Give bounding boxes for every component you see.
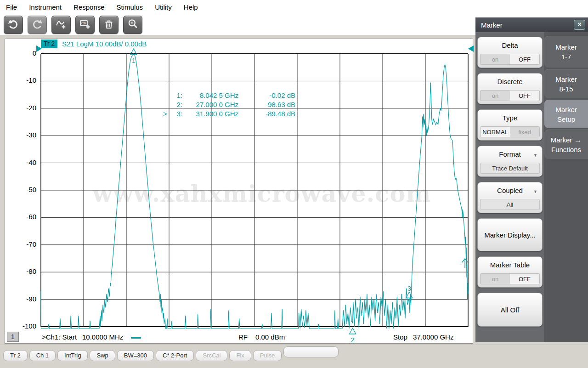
y-tick-label: -20: [8, 104, 36, 112]
tab-label: Marker: [555, 105, 577, 114]
delete-button[interactable]: [99, 16, 119, 34]
plot-canvas: 123: [5, 39, 474, 344]
status-button[interactable]: [283, 346, 339, 357]
svg-text:Ch: Ch: [81, 21, 86, 25]
rf-power-value[interactable]: 0.00 dBm: [255, 333, 285, 341]
tab-marker-setup[interactable]: Marker Setup: [544, 100, 588, 128]
y-tick-label: -90: [8, 295, 36, 303]
marker-2-label: 2: [351, 336, 355, 344]
marker-3-label: 3: [407, 285, 411, 292]
close-icon[interactable]: ×: [574, 20, 585, 30]
add-channel-button[interactable]: Ch: [75, 16, 95, 34]
menu-item[interactable]: Instrument: [23, 1, 68, 13]
arrow-right-icon: →: [574, 135, 582, 145]
tab-label: Marker →: [551, 135, 582, 145]
marker-value: -89.48 dB: [245, 110, 295, 118]
redo-icon: [31, 18, 43, 32]
marker-table-button[interactable]: Marker Table on OFF: [477, 256, 543, 288]
marker-table-on-option[interactable]: on: [481, 274, 510, 284]
type-toggle: NORMAL fixed: [480, 126, 540, 137]
y-tick-label: -40: [8, 159, 36, 166]
status-button[interactable]: IntTrig: [57, 350, 88, 361]
tab-marker-8-15[interactable]: Marker 8-15: [544, 69, 588, 98]
add-channel-icon: Ch: [79, 18, 91, 32]
status-button[interactable]: Pulse: [253, 350, 282, 361]
type-normal-option[interactable]: NORMAL: [481, 127, 510, 137]
add-trace-icon: [55, 18, 67, 32]
tab-label: Functions: [551, 145, 581, 154]
start-frequency-label: >Ch1: Start: [42, 333, 77, 341]
panel-title: Marker: [481, 21, 503, 29]
tab-marker-1-7[interactable]: Marker 1-7: [544, 36, 588, 68]
coupled-button[interactable]: Coupled ▼ All: [477, 182, 543, 213]
delta-on-option[interactable]: on: [481, 54, 510, 64]
type-button[interactable]: Type NORMAL fixed: [477, 109, 543, 141]
status-button[interactable]: Ch 1: [29, 350, 56, 361]
tab-label: Marker: [551, 135, 572, 145]
menu-item[interactable]: File: [0, 1, 23, 13]
marker-frequency: 31.900 0 GHz: [182, 110, 238, 118]
delta-button[interactable]: Delta on OFF: [477, 37, 543, 68]
trace-color-swatch: [131, 337, 141, 339]
y-tick-label: -10: [8, 76, 36, 84]
marker-value: -98.63 dB: [245, 101, 295, 108]
discrete-off-option[interactable]: OFF: [510, 91, 539, 101]
marker-2-triangle[interactable]: [350, 328, 356, 334]
add-trace-button[interactable]: [51, 16, 71, 34]
tab-label: 8-15: [559, 84, 573, 94]
marker-value: -0.02 dB: [245, 91, 295, 99]
menu-item[interactable]: Response: [68, 1, 111, 13]
tab-label: Marker: [555, 74, 577, 84]
tab-marker-functions[interactable]: Marker → Functions: [544, 130, 588, 159]
y-tick-label: -50: [8, 186, 36, 193]
delta-off-option[interactable]: OFF: [510, 54, 539, 64]
marker-number: 1:: [170, 91, 182, 99]
marker-display-label: Marker Display...: [478, 219, 542, 251]
status-button[interactable]: Swp: [90, 350, 115, 361]
status-button[interactable]: C* 2-Port: [156, 350, 194, 361]
discrete-button[interactable]: Discrete on OFF: [477, 73, 543, 104]
toolbar-buttons: Ch: [4, 16, 142, 34]
status-button[interactable]: BW=300: [117, 350, 154, 361]
marker-readout-row: 2: 27.000 0 GHz -98.63 dB: [163, 100, 295, 109]
coupled-value[interactable]: All: [480, 199, 540, 210]
status-button[interactable]: Fix: [229, 350, 251, 361]
y-tick-label: -70: [8, 240, 36, 248]
redo-button[interactable]: [28, 16, 47, 34]
y-tick-label: -30: [8, 131, 36, 139]
menu-item[interactable]: Stimulus: [111, 1, 149, 13]
marker-display-button[interactable]: Marker Display...: [477, 218, 543, 251]
menu-item[interactable]: Utility: [149, 1, 178, 13]
format-value[interactable]: Trace Default: [480, 163, 540, 174]
marker-table-toggle: on OFF: [480, 273, 540, 284]
trash-icon: [103, 18, 115, 32]
marker-number: 3:: [170, 110, 182, 118]
chevron-down-icon[interactable]: ▼: [533, 189, 537, 194]
stop-frequency-value[interactable]: 37.0000 GHz: [413, 333, 453, 341]
all-off-button[interactable]: All Off: [477, 293, 543, 327]
status-button[interactable]: SrcCal: [196, 350, 227, 361]
zoom-button[interactable]: [123, 16, 142, 34]
chevron-down-icon[interactable]: ▼: [533, 153, 537, 158]
delta-toggle: on OFF: [480, 54, 540, 65]
trace-title: S21 LogM 10.00dB/ 0.00dB: [62, 40, 147, 48]
trace-selector-chip[interactable]: Tr 2: [41, 40, 57, 48]
discrete-on-option[interactable]: on: [481, 91, 510, 101]
tab-label: Marker: [555, 42, 577, 52]
active-marker-indicator: >: [163, 110, 170, 118]
menu-item[interactable]: Help: [178, 1, 204, 13]
status-button[interactable]: Tr 2: [3, 350, 28, 361]
y-tick-label: -80: [8, 267, 36, 275]
undo-icon: [7, 18, 19, 32]
start-frequency-value[interactable]: 10.0000 MHz: [82, 333, 123, 341]
type-fixed-option[interactable]: fixed: [510, 127, 539, 137]
marker-table-off-option[interactable]: OFF: [510, 274, 539, 284]
delta-label: Delta: [478, 37, 542, 54]
tab-label: 1-7: [561, 52, 571, 62]
undo-button[interactable]: [4, 16, 23, 34]
marker-table-label: Marker Table: [478, 257, 542, 273]
plot-window: www.xahxmicrowave.com 123 0-10-20-30-40-…: [5, 39, 473, 344]
tab-label: Setup: [557, 114, 575, 124]
format-button[interactable]: Format ▼ Trace Default: [477, 146, 543, 177]
channel-badge: 1: [7, 332, 19, 342]
